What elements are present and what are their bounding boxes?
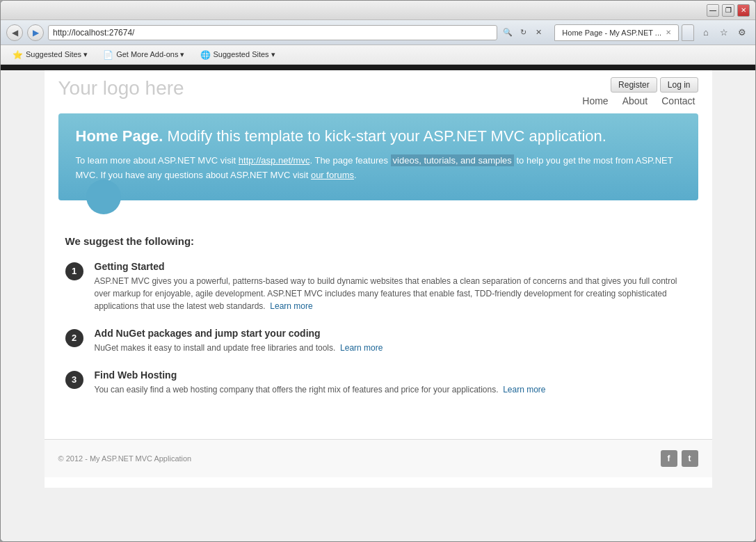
- our-forums-link[interactable]: our forums: [311, 170, 354, 180]
- favorites-item-3[interactable]: 🌐 Suggested Sites ▾: [194, 48, 282, 62]
- step-circle-3: 3: [65, 371, 83, 389]
- hero-body: To learn more about ASP.NET MVC visit ht…: [76, 154, 681, 183]
- step-item-2: 2 Add NuGet packages and jump start your…: [65, 328, 691, 354]
- step-title-1: Getting Started: [95, 261, 691, 272]
- restore-button[interactable]: ❐: [722, 4, 734, 17]
- facebook-icon[interactable]: f: [661, 450, 677, 467]
- step-circle-2: 2: [65, 329, 83, 347]
- hero-body-text1: To learn more about ASP.NET MVC visit: [76, 155, 239, 166]
- active-tab[interactable]: Home Page - My ASP.NET ... ✕: [554, 24, 679, 41]
- step-circle-1: 1: [65, 262, 83, 280]
- step-body-1: ASP.NET MVC gives you a powerful, patter…: [95, 275, 691, 312]
- favorites-label-1: Suggested Sites ▾: [26, 50, 88, 59]
- url-input[interactable]: http://localhost:27674/: [48, 25, 497, 40]
- step-item-3: 3 Find Web Hosting You can easily find a…: [65, 369, 691, 396]
- nav-home[interactable]: Home: [582, 95, 608, 106]
- step-title-3: Find Web Hosting: [95, 369, 546, 381]
- hero-title-rest: Modify this template to kick-start your …: [168, 127, 606, 145]
- home-button[interactable]: ⌂: [698, 25, 714, 40]
- site-logo: Your logo here: [58, 77, 184, 99]
- forward-button[interactable]: ▶: [27, 24, 44, 41]
- address-bar: ◀ ▶ http://localhost:27674/ 🔍 ↻ ✕ Home P…: [1, 20, 755, 45]
- hero-title-bold: Home Page.: [76, 127, 163, 145]
- search-icon[interactable]: 🔍: [501, 26, 514, 39]
- page-content: Your logo here Register Log in Home Abou…: [1, 70, 755, 542]
- suggest-section: We suggest the following: 1 Getting Star…: [45, 207, 712, 425]
- register-button[interactable]: Register: [611, 77, 657, 93]
- hero-banner: Home Page. Modify this template to kick-…: [58, 113, 698, 200]
- step-body-3: You can easily find a web hosting compan…: [95, 383, 546, 396]
- hero-body-text2: . The page features: [309, 155, 390, 166]
- address-bar-icons: 🔍 ↻ ✕: [501, 26, 545, 39]
- asp-net-mvc-link[interactable]: http://asp.net/mvc: [239, 155, 310, 166]
- step-item-1: 1 Getting Started ASP.NET MVC gives you …: [65, 261, 691, 312]
- stop-icon[interactable]: ✕: [532, 26, 545, 39]
- step-body-2: NuGet makes it easy to install and updat…: [95, 342, 383, 354]
- site-nav: Home About Contact: [582, 95, 695, 106]
- favorites-doc-icon: 📄: [103, 50, 113, 60]
- window-controls: — ❐ ✕: [707, 4, 750, 17]
- new-tab-button[interactable]: [682, 24, 694, 41]
- suggest-heading: We suggest the following:: [65, 235, 691, 247]
- tab-title: Home Page - My ASP.NET ...: [562, 29, 661, 37]
- favorites-item-1[interactable]: ⭐ Suggested Sites ▾: [6, 48, 94, 62]
- refresh-icon[interactable]: ↻: [517, 26, 529, 39]
- browser-body: Your logo here Register Log in Home Abou…: [1, 70, 755, 542]
- twitter-icon[interactable]: t: [682, 450, 698, 467]
- step-link-1[interactable]: Learn more: [270, 301, 312, 311]
- hero-bubble: [86, 180, 121, 214]
- nav-about[interactable]: About: [622, 95, 648, 106]
- tab-bar: Home Page - My ASP.NET ... ✕: [554, 24, 694, 41]
- browser-window: — ❐ ✕ ◀ ▶ http://localhost:27674/ 🔍 ↻ ✕ …: [0, 0, 756, 542]
- back-button[interactable]: ◀: [6, 24, 23, 41]
- browser-toolbar-right: ⌂ ☆ ⚙: [698, 25, 750, 40]
- hero-title: Home Page. Modify this template to kick-…: [76, 127, 681, 145]
- tab-close-button[interactable]: ✕: [666, 29, 671, 36]
- favorites-label-3: Suggested Sites ▾: [214, 50, 275, 59]
- settings-button[interactable]: ⚙: [734, 25, 750, 40]
- site-header: Your logo here Register Log in Home Abou…: [45, 70, 712, 106]
- favorites-button[interactable]: ☆: [716, 25, 732, 40]
- favorites-bar: ⭐ Suggested Sites ▾ 📄 Get More Add-ons ▾…: [1, 45, 755, 65]
- step-link-3[interactable]: Learn more: [503, 385, 545, 394]
- title-bar: — ❐ ✕: [1, 1, 755, 20]
- black-divider-bar: [1, 65, 755, 70]
- hero-highlight: videos, tutorials, and samples: [391, 154, 514, 166]
- website-wrapper: Your logo here Register Log in Home Abou…: [45, 70, 712, 488]
- header-right: Register Log in Home About Contact: [582, 77, 698, 106]
- minimize-button[interactable]: —: [707, 4, 719, 17]
- favorites-star-icon: ⭐: [13, 50, 23, 60]
- footer-copyright: © 2012 - My ASP.NET MVC Application: [58, 454, 192, 463]
- step-content-1: Getting Started ASP.NET MVC gives you a …: [95, 261, 691, 312]
- site-footer: © 2012 - My ASP.NET MVC Application f t: [45, 439, 712, 477]
- step-content-3: Find Web Hosting You can easily find a w…: [95, 369, 546, 396]
- auth-buttons: Register Log in: [611, 77, 698, 93]
- close-window-button[interactable]: ✕: [737, 4, 750, 17]
- step-link-2[interactable]: Learn more: [340, 343, 383, 353]
- nav-contact[interactable]: Contact: [661, 95, 695, 106]
- login-button[interactable]: Log in: [660, 77, 698, 93]
- favorites-item-2[interactable]: 📄 Get More Add-ons ▾: [97, 48, 191, 62]
- hero-body-text4: .: [354, 170, 357, 180]
- favorites-globe-icon: 🌐: [200, 50, 211, 60]
- social-icons: f t: [661, 450, 698, 467]
- favorites-label-2: Get More Add-ons ▾: [116, 50, 184, 59]
- step-title-2: Add NuGet packages and jump start your c…: [95, 328, 383, 339]
- step-content-2: Add NuGet packages and jump start your c…: [95, 328, 383, 354]
